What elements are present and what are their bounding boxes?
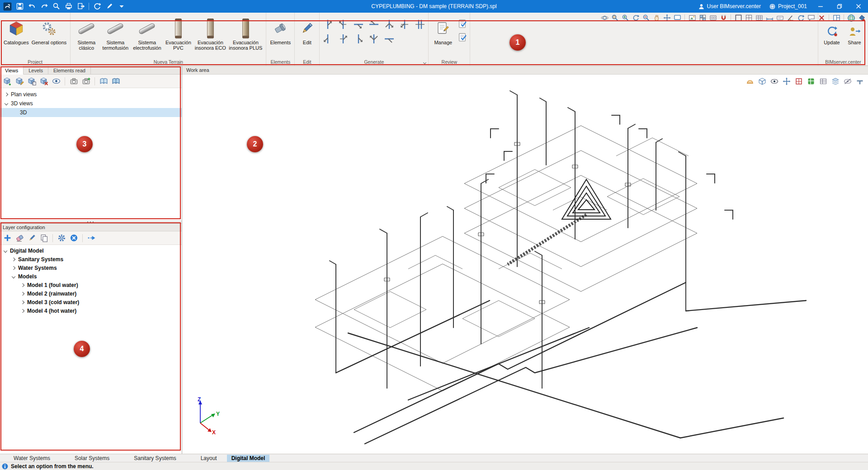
generate-branch-icon[interactable] (368, 33, 380, 45)
generate-branch-icon[interactable] (337, 19, 349, 30)
duplicate-view-icon[interactable] (27, 76, 37, 86)
general-options-button[interactable]: General options (30, 17, 68, 46)
tab-sanitary-systems[interactable]: Sanitary Systems (129, 455, 180, 462)
tree-item-water-systems[interactable]: Water Systems (0, 263, 182, 272)
angle-icon[interactable] (786, 14, 795, 22)
add-layer-icon[interactable] (2, 233, 12, 243)
tree-item-model-4[interactable]: Model 4 (hot water) (0, 306, 182, 315)
visibility-icon[interactable] (770, 77, 779, 85)
generate-branch-icon[interactable] (368, 19, 380, 30)
manage-button[interactable]: Manage (431, 17, 455, 46)
tree-item-plan-views[interactable]: Plan views (0, 90, 182, 99)
evacuacion-plus-button[interactable]: Evacuación insonora PLUS (227, 17, 264, 52)
refresh-icon[interactable] (91, 1, 103, 12)
tab-solar-systems[interactable]: Solar Systems (70, 455, 114, 462)
camera-icon[interactable] (69, 76, 79, 86)
tree-item-3d[interactable]: 3D (0, 108, 182, 117)
move-icon[interactable] (782, 77, 791, 85)
generate-branch-icon[interactable] (353, 19, 364, 30)
minimize-button[interactable] (811, 0, 830, 13)
generate-branch-icon[interactable] (337, 33, 349, 45)
share-button[interactable]: Share (843, 24, 866, 46)
check-report-icon[interactable] (458, 19, 467, 28)
chevron-right-icon[interactable] (12, 257, 15, 261)
layers-icon[interactable] (831, 77, 840, 85)
elements-button[interactable]: Elements (269, 17, 292, 46)
print-icon[interactable] (63, 1, 74, 12)
tree-item-models[interactable]: Models (0, 272, 182, 281)
chevron-right-icon[interactable] (5, 93, 8, 96)
chevron-down-icon[interactable] (4, 249, 7, 252)
view-visibility-icon[interactable] (51, 76, 61, 86)
delete-view-icon[interactable] (39, 76, 49, 86)
move-view-icon[interactable] (662, 14, 671, 22)
generate-branch-icon[interactable] (383, 33, 395, 45)
tree-item-model-2[interactable]: Model 2 (rainwater) (0, 289, 182, 298)
save-icon[interactable] (14, 1, 25, 12)
edit-view-icon[interactable] (14, 76, 24, 86)
cube-view-icon[interactable] (758, 77, 767, 85)
table-icon[interactable] (819, 77, 828, 85)
rotate-icon[interactable] (796, 14, 805, 22)
evacuacion-pvc-button[interactable]: Evacuación PVC (163, 17, 193, 52)
edit-config-icon[interactable] (104, 1, 115, 12)
dimension-icon[interactable] (765, 14, 774, 22)
image-icon[interactable] (688, 14, 697, 22)
chevron-right-icon[interactable] (21, 300, 24, 304)
tree-item-model-3[interactable]: Model 3 (cold water) (0, 298, 182, 306)
drawing-template2-icon[interactable] (111, 76, 121, 86)
sistema-electrofusion-button[interactable]: Sistema electrofusión (131, 17, 163, 52)
tree-item-3d-views[interactable]: 3D views (0, 99, 182, 108)
generate-branch-icon[interactable] (383, 19, 395, 30)
redo-icon[interactable] (38, 1, 50, 12)
drawing-template-icon[interactable] (99, 76, 108, 86)
green-grid-icon[interactable] (807, 77, 816, 85)
tab-views[interactable]: Views (0, 66, 24, 75)
pipe-display-icon[interactable] (855, 77, 864, 85)
export-layers-icon[interactable] (86, 233, 96, 243)
tab-digital-model[interactable]: Digital Model (227, 455, 270, 462)
magnet-icon[interactable] (719, 14, 728, 22)
undo-icon[interactable] (26, 1, 38, 12)
delete-icon[interactable] (817, 14, 826, 22)
edit-button[interactable]: Edit (297, 17, 317, 46)
tab-levels[interactable]: Levels (24, 66, 48, 74)
mask-icon[interactable] (708, 14, 717, 22)
cells-icon[interactable] (755, 14, 764, 22)
edit-layer-icon[interactable] (27, 233, 37, 243)
tree-item-sanitary-systems[interactable]: Sanitary Systems (0, 255, 182, 263)
update-button[interactable]: Update (821, 24, 843, 46)
reference-icon[interactable] (794, 77, 803, 85)
generate-branch-icon[interactable] (353, 33, 364, 45)
catalogues-button[interactable]: Catalogues (2, 17, 30, 46)
full-screen-icon[interactable] (673, 14, 682, 22)
menu-dropdown-icon[interactable] (116, 1, 127, 12)
sistema-termofusion-button[interactable]: Sistema termofusión (100, 17, 131, 52)
disable-layer-icon[interactable] (69, 233, 79, 243)
tree-item-digital-model[interactable]: Digital Model (0, 246, 182, 255)
zoom-previous-icon[interactable] (642, 14, 651, 22)
layer-settings-icon[interactable] (57, 233, 66, 243)
chevron-right-icon[interactable] (12, 266, 15, 269)
sistema-clasico-button[interactable]: Sistema clásico (73, 17, 100, 52)
app-logo-icon[interactable] (2, 1, 13, 12)
restore-button[interactable] (830, 0, 849, 13)
tab-layout[interactable]: Layout (196, 455, 222, 462)
chevron-right-icon[interactable] (21, 291, 24, 295)
zoom-window-icon[interactable] (610, 14, 619, 22)
grid-icon[interactable] (744, 14, 753, 22)
evacuacion-eco-button[interactable]: Evacuación insonora ECO (193, 17, 227, 52)
label-icon[interactable] (775, 14, 784, 22)
copy-layer-icon[interactable] (39, 233, 49, 243)
chevron-down-icon[interactable] (12, 274, 15, 278)
chevron-right-icon[interactable] (21, 283, 24, 287)
tree-item-model-1[interactable]: Model 1 (foul water) (0, 281, 182, 289)
generate-branch-icon[interactable] (322, 33, 334, 45)
generate-branch-icon[interactable] (322, 19, 334, 30)
paint-icon[interactable] (857, 14, 866, 22)
hide-elements-icon[interactable] (843, 77, 852, 85)
frame-icon[interactable] (734, 14, 743, 22)
generate-branch-icon[interactable] (399, 19, 410, 30)
globe-icon[interactable] (847, 14, 856, 22)
erase-layer-icon[interactable] (14, 233, 24, 243)
